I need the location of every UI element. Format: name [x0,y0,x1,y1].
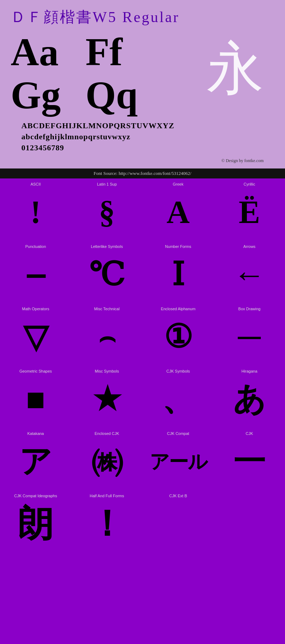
glyph-char-geoshapes: ■ [26,376,45,422]
glyph-char-latin1sup: § [99,189,115,235]
glyph-char-miscsymbols: ★ [93,376,121,422]
glyph-char-numberforms: Ⅰ [172,251,185,298]
glyph-cell-cjkextb: CJK Ext B [142,490,214,552]
glyph-char-letterlike: ℃ [89,251,125,298]
glyph-label-cjk: CJK [246,431,253,436]
glyph-label-numberforms: Number Forms [165,244,191,249]
font-title: ＤＦ顔楷書W5 Regular [11,7,274,27]
glyph-char-greek: Α [167,189,190,235]
glyph-cell-cjk: CJK 一 [214,428,285,490]
glyph-cell-arrows: Arrows ← [214,241,285,303]
glyph-label-punctuation: Punctuation [25,244,46,249]
glyph-cell-halffull: Half And Full Forms ！ [71,490,142,552]
glyph-cell-cjkcompatideo: CJK Compat Ideographs 朗 [0,490,71,552]
alphabet-section: ABCDEFGHIJKLMNOPQRSTUVWXYZ abcdefghijklm… [11,117,274,157]
glyph-cell-cjksymbols: CJK Symbols 、 [142,365,214,428]
glyph-label-greek: Greek [173,182,183,186]
glyph-cell-empty [214,490,285,552]
alphabet-upper: ABCDEFGHIJKLMNOPQRSTUVWXYZ [21,120,264,131]
glyph-char-halffull: ！ [89,501,125,547]
glyph-cell-miscsymbols: Misc Symbols ★ [71,365,142,428]
glyph-cell-punctuation: Punctuation ‒ [0,241,71,303]
glyph-cell-ascii: ASCII ! [0,178,71,241]
glyph-label-boxdrawing: Box Drawing [238,307,260,311]
glyph-label-cyrillic: Cyrillic [244,182,255,186]
glyph-cell-cyrillic: Cyrillic Ë [214,178,285,241]
glyph-char-cyrillic: Ë [239,189,260,235]
glyph-cell-hiragana: Hiragana あ [214,365,285,428]
glyph-label-hiragana: Hiragana [242,369,258,373]
glyph-label-mathops: Math Operators [22,307,49,311]
glyph-label-cjkcompat: CJK Compat [167,431,189,436]
glyph-char-misctech: ⌢ [98,314,116,360]
glyph-cell-misctech: Misc Technical ⌢ [71,303,142,365]
glyph-cell-enclosed: Enclosed Alphanum ① [142,303,214,365]
glyph-char-cjk: 一 [233,438,265,485]
glyph-char-ascii: ! [30,189,41,235]
glyph-label-latin1sup: Latin 1 Sup [97,182,117,186]
glyph-grid: ASCII ! Latin 1 Sup § Greek Α Cyrillic Ë… [0,178,285,552]
glyph-cell-geoshapes: Geometric Shapes ■ [0,365,71,428]
source-bar: Font Source: http://www.fontke.com/font/… [0,168,285,178]
numbers: 0123456789 [21,142,264,154]
glyph-char-hiragana: あ [233,376,266,422]
letter-pair-gg: Gg [11,74,86,117]
glyph-char-punctuation: ‒ [25,251,46,298]
glyph-cell-enclosedcjk: Enclosed CJK ㈱ [71,428,142,490]
glyph-cell-greek: Greek Α [142,178,214,241]
sample-large: Aa Ff Gg Qq 永 [11,31,274,117]
glyph-char-boxdrawing: ─ [238,314,261,360]
glyph-label-cjkextb: CJK Ext B [169,494,187,498]
glyph-label-katakana: Katakana [27,431,44,436]
glyph-char-mathops: ▽ [23,314,48,360]
glyph-char-enclosed: ① [164,314,193,360]
glyph-cell-numberforms: Number Forms Ⅰ [142,241,214,303]
letter-pair-qq: Qq [86,74,160,117]
glyph-label-letterlike: Letterlike Symbols [91,244,123,249]
letter-pair-aa: Aa [11,31,86,74]
kanji-watermark: 永 [207,31,264,108]
glyph-char-cjkcompat: アール [150,438,207,485]
glyph-label-geoshapes: Geometric Shapes [19,369,52,373]
glyph-char-cjkcompatideo: 朗 [18,501,53,547]
letter-pair-ff: Ff [86,31,160,74]
alphabet-lower: abcdefghijklmnopqrstuvwxyz [21,131,264,142]
glyph-label-cjkcompatideo: CJK Compat Ideographs [14,494,57,498]
glyph-label-ascii: ASCII [31,182,41,186]
glyph-cell-katakana: Katakana ア [0,428,71,490]
glyph-cell-boxdrawing: Box Drawing ─ [214,303,285,365]
purple-section: Font Source: http://www.fontke.com/font/… [0,168,285,552]
glyph-char-enclosedcjk: ㈱ [91,438,123,485]
glyph-cell-latin1sup: Latin 1 Sup § [71,178,142,241]
glyph-label-misctech: Misc Technical [94,307,119,311]
glyph-char-katakana: ア [19,438,52,485]
glyph-cell-cjkcompat: CJK Compat アール [142,428,214,490]
glyph-cell-mathops: Math Operators ▽ [0,303,71,365]
glyph-label-enclosed: Enclosed Alphanum [161,307,195,311]
glyph-label-cjksymbols: CJK Symbols [166,369,190,373]
top-section: ＤＦ顔楷書W5 Regular Aa Ff Gg Qq 永 ABCDEFGHIJ… [0,0,285,168]
glyph-cell-letterlike: Letterlike Symbols ℃ [71,241,142,303]
glyph-char-cjksymbols: 、 [162,376,194,422]
glyph-char-arrows: ← [233,251,265,298]
credit-line: © Design by fontke.com [11,157,274,165]
glyph-label-halffull: Half And Full Forms [90,494,124,498]
glyph-label-enclosedcjk: Enclosed CJK [94,431,119,436]
glyph-label-miscsymbols: Misc Symbols [95,369,119,373]
glyph-label-arrows: Arrows [243,244,255,249]
